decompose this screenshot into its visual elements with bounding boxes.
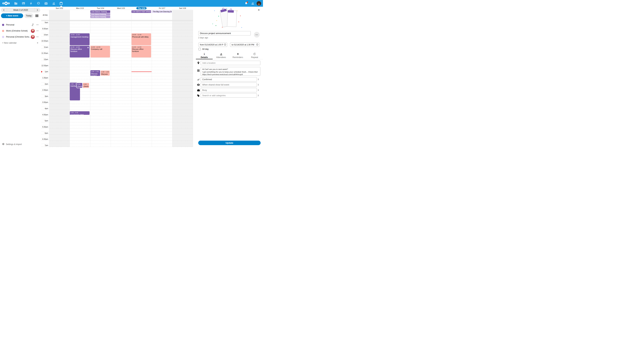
day-header-wed-1-15: Wed 1/15 [111,7,131,10]
grid-line [41,107,193,107]
grid-line [41,24,193,24]
more-options-icon: ••• [256,34,258,36]
freebusy-input[interactable] [200,88,257,92]
start-datetime-input[interactable] [198,42,228,47]
next-week-button[interactable] [34,8,40,12]
avatar [31,35,35,39]
calendar-list: Personal•••Work (Christine Schott)•••Per… [0,22,41,46]
timezone-globe-icon[interactable] [224,43,226,46]
grid-line [41,42,193,42]
sidebar-item-calendar-work-christine-schott[interactable]: Work (Christine Schott)••• [0,28,41,34]
previous-week-button[interactable] [1,8,7,12]
calendar-event[interactable]: 11:00 - 12:00Company call [90,46,110,57]
status-input[interactable] [200,77,257,82]
calendar-event[interactable]: 2:00 - 2:30check-in [82,83,90,88]
activity-app-icon[interactable] [27,0,35,7]
grid-line [41,21,193,21]
visibility-input[interactable] [200,82,257,87]
event-title-label: Discuss office furniture [132,48,150,52]
day-header-thu-1-16: Thu 1/16 [131,7,152,10]
visibility-info-icon[interactable]: i [258,83,258,86]
event-title-label: Company call [91,48,109,50]
time-label: 10:30am [42,40,48,42]
notification-unread-dot [246,1,248,3]
end-datetime-input[interactable] [230,42,260,47]
categories-info-icon[interactable]: i [258,94,258,97]
all-day-event[interactable]: Line Dance Training [90,10,110,13]
calendar-event[interactable]: 11:00 - 12:00Discuss office furniture [132,46,151,57]
nextcloud-calendar-app: Week 3 of 2020 + New event Today Persona… [0,0,263,147]
all-day-event[interactable]: Line dance main rehearsal [132,10,151,13]
photos-app-icon[interactable] [20,0,27,7]
contacts-menu-icon[interactable] [250,0,256,7]
contacts-app-icon[interactable] [50,0,57,7]
gear-icon [2,143,4,146]
sidebar-item-calendar-personal[interactable]: Personal••• [0,22,41,28]
time-label: 4pm [42,107,48,109]
event-title-label: check-in [84,85,88,88]
event-time-label: 11:00 - 12:00 [70,46,89,48]
timezone-globe-icon[interactable] [256,43,258,46]
grid-line [41,144,193,144]
all-day-event[interactable]: Line dance training [90,13,110,15]
categories-input[interactable] [200,93,257,98]
calendar-event[interactable]: 4:20 - 4:40purchasing dept [70,111,90,115]
nextcloud-logo-icon[interactable] [2,1,10,5]
event-title-input[interactable] [198,31,251,35]
more-options-icon[interactable]: ••• [36,24,39,26]
files-app-icon[interactable] [12,0,20,7]
all-day-event[interactable]: Line dance training [90,15,110,18]
grid-line [41,110,193,110]
tab-repeat[interactable]: Repeat [246,52,263,59]
notifications-bell-icon[interactable] [243,0,250,7]
grid-line [172,10,172,147]
all-day-checkbox[interactable] [198,48,201,50]
update-button[interactable]: Update [198,141,260,145]
more-options-icon[interactable]: ••• [36,30,39,32]
today-button[interactable]: Today [24,13,33,18]
calendar-event[interactable]: 11:00 - 12:00Discuss office furniture [70,46,90,57]
week-navigation: Week 3 of 2020 [1,8,40,12]
end-datetime-field [230,42,260,47]
checkmark-icon [197,79,200,80]
calendar-event[interactable]: 2:00 - 2:30check-in [76,83,83,88]
calendar-event[interactable]: 10:00 - 11:00Phonecall with Abby [132,33,151,45]
grid-line [70,10,70,147]
share-link-icon[interactable] [31,24,34,26]
calendar-app-icon[interactable] [57,0,65,7]
mail-app-icon[interactable] [42,0,50,7]
talk-app-icon[interactable] [35,0,42,7]
description-textarea[interactable]: Hi Carl! are you in next week? I got som… [200,67,260,76]
grid-line [41,27,193,27]
tab-attendees[interactable]: Attendees [213,52,230,59]
time-label: 3pm [42,95,48,97]
new-event-button[interactable]: + New event [1,13,23,18]
close-icon[interactable]: × [256,8,261,12]
grid-line [152,10,152,147]
week-label[interactable]: Week 3 of 2020 [7,9,34,11]
more-options-icon[interactable]: ••• [36,36,39,38]
calendar-event[interactable]: 1:00 - 1:30Discuss project [100,70,110,76]
all-day-event[interactable]: The Big Line Dancing Show [152,10,172,13]
event-time-label: 11:00 - 12:00 [91,46,109,48]
settings-import-button[interactable]: Settings & import [2,143,22,146]
info-icon: i [204,53,204,55]
day-header-fri-1-17: Fri 1/17 [152,7,172,10]
event-editor-panel: × + + + + ••• 2 days ago [196,7,263,147]
new-calendar-button[interactable]: + New calendar+ [0,40,41,46]
week-view-toggle-icon[interactable] [36,14,38,17]
freebusy-info-icon[interactable]: i [258,89,258,91]
location-input[interactable] [200,61,260,65]
tab-details[interactable]: iDetails [196,52,213,59]
grid-line [41,119,193,119]
day-header-tue-1-14: Tue 1/14 [90,7,111,10]
all-day-label: all-day [41,14,49,16]
status-info-icon[interactable]: i [258,78,258,81]
sidebar-item-calendar-personal-christine-scho[interactable]: Personal (Christine Scho…••• [0,34,41,40]
time-label: 1:30pm [42,77,48,79]
event-actions-menu-button[interactable]: ••• [254,32,260,37]
user-avatar[interactable] [256,1,261,6]
calendar-event[interactable]: 10:00 - 11:00management meeting [70,33,90,45]
calendar-event[interactable]: 1:00 - 1:30Discuss project announcement [90,70,100,76]
tab-reminders[interactable]: Reminders [230,52,246,59]
